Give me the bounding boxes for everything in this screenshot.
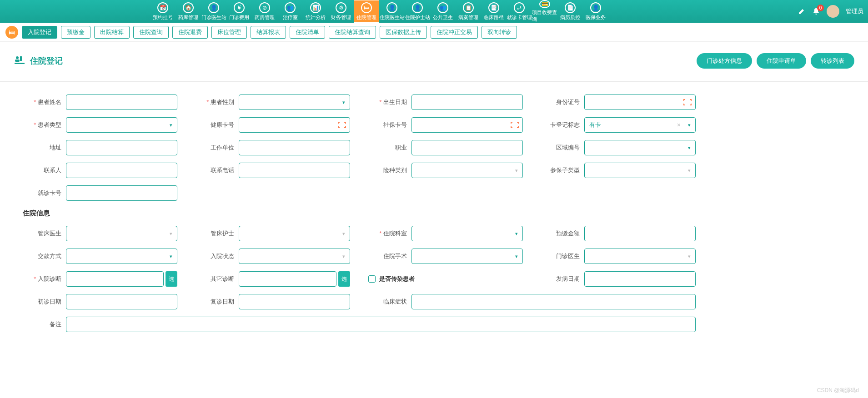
other-diag-input[interactable] <box>239 271 336 287</box>
clear-icon[interactable]: × <box>677 121 681 129</box>
admit-status-select[interactable]: ▾ <box>239 249 350 264</box>
nav-inpatient-doctor[interactable]: 👤住院医生站 <box>379 0 405 23</box>
scan-icon[interactable] <box>511 122 519 128</box>
tab-refund[interactable]: 住院退费 <box>172 26 208 39</box>
surgery-select[interactable]: ▾ <box>411 249 523 264</box>
other-diag-select-button[interactable]: 选 <box>338 271 350 287</box>
symptoms-input[interactable] <box>411 294 696 309</box>
label-admit-diag: 入院诊断 <box>14 275 66 283</box>
label-social-card: 社保卡号 <box>359 121 411 129</box>
nav-pharmacy[interactable]: ⊘药房管理 <box>252 0 277 23</box>
nav-outpatient-doctor[interactable]: 👤门诊医生站 <box>201 0 226 23</box>
address-input[interactable] <box>66 140 177 155</box>
chart-icon: 📊 <box>310 2 321 13</box>
nav-record-qc[interactable]: 📄病历质控 <box>557 0 583 23</box>
nav-finance[interactable]: ⚙财务管理 <box>328 0 354 23</box>
nav-visit-card[interactable]: ⇄就诊卡管理 <box>507 0 532 23</box>
bed-doctor-select[interactable]: ▾ <box>66 226 177 241</box>
label-contact: 联系人 <box>14 166 66 174</box>
tab-referral[interactable]: 双向转诊 <box>482 26 517 39</box>
pay-method-select[interactable]: ▾ <box>66 249 177 264</box>
patient-sex-select[interactable]: ▾ <box>239 95 350 110</box>
admission-request-button[interactable]: 住院申请单 <box>757 53 806 69</box>
label-phone: 联系电话 <box>186 166 239 174</box>
nav-insurance[interactable]: 👤医保业务 <box>583 0 608 23</box>
bed-round-icon: 🛏 <box>5 26 18 39</box>
revisit-date-input[interactable] <box>239 294 350 309</box>
admit-diag-input[interactable] <box>66 271 164 287</box>
tab-settle-query[interactable]: 住院结算查询 <box>329 26 376 39</box>
checkbox-icon <box>368 275 376 283</box>
notifications-button[interactable]: 0 <box>812 7 820 15</box>
label-pay-method: 交款方式 <box>14 252 66 260</box>
nav-clinical-path[interactable]: 📑临床路径 <box>481 0 507 23</box>
contact-input[interactable] <box>66 163 177 178</box>
avatar[interactable] <box>827 5 839 18</box>
dept-select[interactable]: ▾ <box>411 226 523 241</box>
label-patient-type: 患者类型 <box>14 121 66 129</box>
tab-settle-report[interactable]: 结算报表 <box>251 26 286 39</box>
svg-point-0 <box>16 56 19 59</box>
card-flag-select[interactable]: 有卡×▾ <box>584 117 696 133</box>
prepay-input[interactable] <box>584 226 696 241</box>
patient-name-input[interactable] <box>66 95 177 110</box>
insurance-type-select[interactable]: ▾ <box>411 163 523 178</box>
nav-medical-record[interactable]: 📋病案管理 <box>456 0 481 23</box>
referral-list-button[interactable]: 转诊列表 <box>811 53 854 69</box>
patient-type-select[interactable]: ▾ <box>66 117 177 133</box>
remark-input[interactable] <box>66 317 696 332</box>
nav-statistics[interactable]: 📊统计分析 <box>303 0 328 23</box>
gear-icon: ⚙ <box>336 2 346 13</box>
label-patient-sex: 患者性别 <box>186 98 239 106</box>
outpatient-rx-button[interactable]: 门诊处方信息 <box>697 53 752 69</box>
nav-appointment[interactable]: 📅预约挂号 <box>150 0 176 23</box>
bed-nurse-select[interactable]: ▾ <box>239 226 350 241</box>
nav-outpatient-fee[interactable]: ¥门诊费用 <box>226 0 252 23</box>
infectious-checkbox[interactable]: 是否传染患者 <box>359 275 415 283</box>
nav-inpatient-nurse[interactable]: 👤住院护士站 <box>405 0 430 23</box>
nav-public-health[interactable]: 👥公共卫生 <box>430 0 456 23</box>
admit-diag-select-button[interactable]: 选 <box>166 271 177 287</box>
tab-reversal[interactable]: 住院冲正交易 <box>431 26 478 39</box>
insured-sub-select[interactable]: ▾ <box>584 163 696 178</box>
label-first-date: 初诊日期 <box>14 298 66 306</box>
label-outpatient-doctor: 门诊医生 <box>532 252 584 260</box>
edit-icon[interactable] <box>798 7 806 15</box>
users-icon: 👥 <box>285 2 296 13</box>
chevron-down-icon: ▾ <box>342 254 345 259</box>
health-card-input[interactable] <box>239 117 350 133</box>
outpatient-doctor-select[interactable]: ▾ <box>584 249 696 264</box>
nav-treatment[interactable]: 👥治疗室 <box>277 0 303 23</box>
tab-bed-mgmt[interactable]: 床位管理 <box>211 26 247 39</box>
visit-card-input[interactable] <box>66 185 177 201</box>
chevron-down-icon: ▾ <box>515 168 518 174</box>
onset-date-input[interactable] <box>584 271 696 287</box>
tab-insurance-upload[interactable]: 医保数据上传 <box>380 26 427 39</box>
scan-icon[interactable] <box>338 122 346 128</box>
id-no-input[interactable] <box>584 95 696 110</box>
chevron-down-icon: ▾ <box>170 231 172 237</box>
occupation-input[interactable] <box>411 140 523 155</box>
label-onset-date: 发病日期 <box>532 275 584 283</box>
label-symptoms: 临床症状 <box>359 298 411 306</box>
label-remark: 备注 <box>14 320 66 328</box>
phone-input[interactable] <box>239 163 350 178</box>
label-insurance-type: 险种类别 <box>359 166 411 174</box>
scan-icon[interactable] <box>683 99 692 105</box>
label-health-card: 健康卡号 <box>186 121 239 129</box>
first-date-input[interactable] <box>66 294 177 309</box>
card-icon: 💳 <box>539 0 550 8</box>
tab-inpatient-list[interactable]: 住院清单 <box>290 26 325 39</box>
tab-admission[interactable]: 入院登记 <box>22 26 57 39</box>
nav-drugstore[interactable]: 🏠药库管理 <box>176 0 201 23</box>
tab-prepay[interactable]: 预缴金 <box>61 26 90 39</box>
work-unit-input[interactable] <box>239 140 350 155</box>
social-card-input[interactable] <box>411 117 523 133</box>
tab-discharge[interactable]: 出院结算 <box>94 26 130 39</box>
nav-project-fee[interactable]: 💳项目收费查询 <box>532 0 557 23</box>
area-code-select[interactable]: ▾ <box>584 140 696 155</box>
tab-inpatient-query[interactable]: 住院查询 <box>133 26 169 39</box>
birth-date-input[interactable] <box>411 95 523 110</box>
nav-inpatient-mgmt[interactable]: 🛏住院管理 <box>354 0 379 23</box>
list-icon: 📑 <box>488 2 499 13</box>
